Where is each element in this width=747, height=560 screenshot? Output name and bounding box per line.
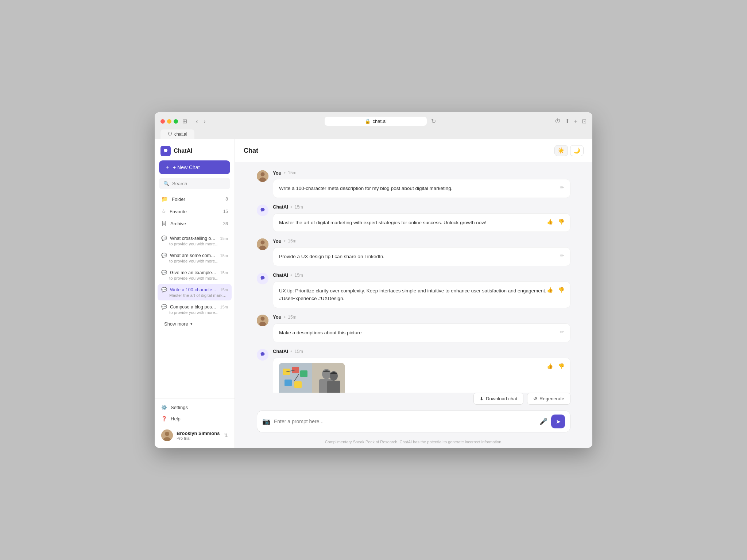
camera-button[interactable]: 📷	[262, 417, 270, 425]
svg-point-11	[259, 322, 266, 326]
help-icon: ❓	[161, 416, 167, 421]
thumbs-down-button-2[interactable]: 👎	[557, 218, 566, 225]
folder-label: Folder	[172, 197, 185, 202]
dot-1: •	[284, 170, 286, 176]
chat-item-title-2: What are some common...	[170, 253, 217, 258]
thumbs-down-button-4[interactable]: 👎	[557, 286, 566, 293]
bottom-actions: ⬇ Download chat ↺ Regenerate	[235, 393, 592, 411]
forward-button[interactable]: ›	[202, 117, 207, 125]
edit-button-1[interactable]: ✏	[558, 184, 566, 191]
message-2: ChatAI • 15m Master the art of digital m…	[257, 204, 570, 232]
light-mode-button[interactable]: ☀️	[554, 145, 568, 156]
browser-window: ⊞ ‹ › 🔒 chat.ai ↻ ⏱ ⬆ + ⊡ 🛡 c	[155, 112, 592, 448]
message-5: You • 15m Make a descriptions about this…	[257, 314, 570, 342]
sidebar-item-folder[interactable]: 📁 Folder 8	[158, 193, 232, 205]
user-profile[interactable]: Brooklyn Simmons Pro trial ⇅	[158, 426, 232, 445]
thumbs-down-button-6[interactable]: 👎	[557, 362, 566, 370]
user-avatar-5	[257, 314, 268, 342]
sidebar-item-favorite[interactable]: ☆ Favorite 15	[158, 205, 232, 218]
message-2-content: ChatAI • 15m Master the art of digital m…	[273, 204, 570, 232]
svg-rect-24	[327, 381, 340, 393]
minimize-traffic-light[interactable]	[167, 119, 171, 124]
user-avatar-1	[257, 170, 268, 198]
logo-icon	[160, 146, 171, 156]
edit-button-5[interactable]: ✏	[558, 328, 566, 335]
new-chat-label: + New Chat	[173, 164, 200, 170]
chat-item-title-5: Compose a blog post of...	[170, 304, 217, 310]
svg-point-10	[261, 316, 265, 320]
active-tab[interactable]: 🛡 chat.ai	[160, 129, 194, 139]
show-more-button[interactable]: Show more ▾	[158, 318, 232, 330]
download-chat-label: Download chat	[486, 396, 517, 401]
message-6: ChatAI • 15m	[257, 348, 570, 393]
regenerate-label: Regenerate	[539, 396, 564, 401]
search-box[interactable]: 🔍	[159, 178, 230, 189]
thumbs-up-button-6[interactable]: 👍	[545, 362, 554, 370]
theme-toggles: ☀️ 🌙	[554, 145, 584, 156]
thumbs-up-button-4[interactable]: 👍	[545, 286, 554, 293]
sidebar-toggle-button[interactable]: ⊞	[182, 118, 187, 125]
regenerate-button[interactable]: ↺ Regenerate	[527, 393, 570, 405]
chat-area: You • 15m Write a 100-character meta des…	[235, 162, 592, 393]
tab-bar: 🛡 chat.ai	[160, 129, 587, 139]
settings-item[interactable]: ⚙️ Settings	[158, 402, 232, 413]
input-area: 📷 🎤 ➤	[235, 411, 592, 438]
back-button[interactable]: ‹	[194, 117, 199, 125]
chat-item-preview-4: Master the art of digital marketi...	[161, 293, 228, 298]
url-text: chat.ai	[373, 118, 387, 124]
svg-point-7	[261, 241, 265, 245]
search-input[interactable]	[172, 181, 226, 186]
sidebar-item-archive[interactable]: 🗄 Archive 36	[158, 218, 232, 230]
dark-mode-button[interactable]: 🌙	[570, 145, 584, 156]
plus-icon: ＋	[165, 164, 170, 171]
close-traffic-light[interactable]	[160, 119, 165, 124]
chat-item-title-4: Write a 100-characte...	[170, 287, 217, 292]
user-chevron-icon: ⇅	[224, 432, 228, 438]
new-chat-button[interactable]: ＋ + New Chat	[159, 160, 230, 174]
user-info: Brooklyn Simmons Pro trial	[177, 431, 220, 440]
msg-actions-1: ✏	[558, 184, 566, 191]
chat-item-5[interactable]: 💬 Compose a blog post of... 15m to provi…	[158, 301, 232, 318]
chat-item-1[interactable]: 💬 What cross-selling oppo... 15m to prov…	[158, 233, 232, 249]
tabs-button[interactable]: ⊡	[582, 118, 587, 125]
user-plan: Pro trial	[177, 436, 220, 440]
bubble-3: Provide a UX design tip I can share on L…	[273, 247, 570, 266]
help-item[interactable]: ❓ Help	[158, 413, 232, 424]
history-button[interactable]: ⏱	[555, 118, 561, 125]
send-button[interactable]: ➤	[551, 415, 565, 428]
send-icon: ➤	[556, 418, 561, 425]
svg-rect-17	[285, 380, 292, 386]
bubble-6: The glass are adorned with colorful, han…	[273, 358, 570, 393]
message-3-content: You • 15m Provide a UX design tip I can …	[273, 238, 570, 266]
message-6-header: ChatAI • 15m	[273, 348, 570, 355]
svg-rect-18	[294, 381, 302, 388]
sender-4: ChatAI	[273, 272, 288, 278]
microphone-button[interactable]: 🎤	[539, 417, 547, 425]
prompt-input[interactable]	[274, 419, 536, 424]
chat-item-title-1: What cross-selling oppo...	[170, 236, 217, 241]
time-2: 15m	[295, 205, 303, 210]
new-tab-button[interactable]: +	[574, 118, 577, 125]
chat-image	[279, 363, 345, 393]
sidebar-header: ChatAI	[155, 139, 235, 160]
sender-2: ChatAI	[273, 204, 288, 210]
share-button[interactable]: ⬆	[565, 118, 570, 125]
address-bar[interactable]: 🔒 chat.ai	[325, 117, 427, 126]
thumbs-up-button-2[interactable]: 👍	[545, 218, 554, 225]
download-chat-button[interactable]: ⬇ Download chat	[473, 393, 523, 405]
chat-item-3[interactable]: 💬 Give me an example of... 15m to provid…	[158, 267, 232, 283]
main-content: Chat ☀️ 🌙	[235, 139, 592, 448]
maximize-traffic-light[interactable]	[174, 119, 178, 124]
message-2-header: ChatAI • 15m	[273, 204, 570, 210]
chat-item-2[interactable]: 💬 What are some common... 15m to provide…	[158, 250, 232, 266]
edit-button-3[interactable]: ✏	[558, 252, 566, 259]
time-4: 15m	[295, 273, 303, 278]
msg-text-5: Make a descriptions about this picture	[279, 329, 564, 337]
user-avatar-3	[257, 238, 268, 266]
refresh-button[interactable]: ↻	[430, 117, 437, 125]
chat-item-time-2: 15m	[220, 253, 228, 258]
browser-actions: ⏱ ⬆ + ⊡	[555, 118, 587, 125]
sidebar: ChatAI ＋ + New Chat 🔍 📁 Folder 8 ☆ Favor…	[155, 139, 235, 448]
ai-avatar-4	[257, 272, 268, 308]
chat-item-4[interactable]: 💬 Write a 100-characte... 15m Master the…	[158, 284, 232, 300]
